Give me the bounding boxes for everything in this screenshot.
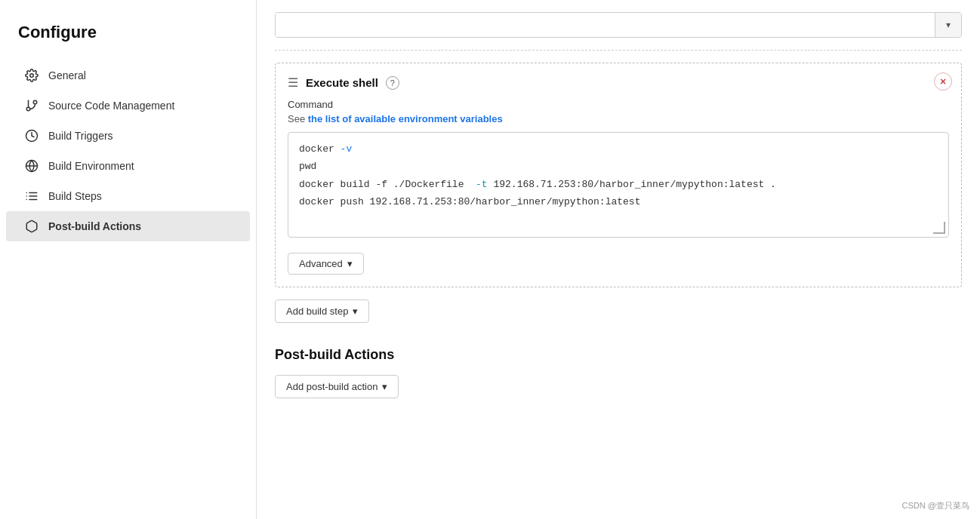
env-link-row: See the list of available environment va… <box>288 113 949 124</box>
top-dropdown-area: ▾ <box>275 0 962 51</box>
add-post-action-button[interactable]: Add post-build action ▾ <box>275 375 399 398</box>
list-icon <box>24 189 39 204</box>
dropdown-row: ▾ <box>275 12 962 38</box>
box-icon <box>24 219 39 234</box>
drag-icon: ☰ <box>288 75 298 90</box>
add-build-step-button[interactable]: Add build step ▾ <box>275 299 369 323</box>
sidebar-item-build-triggers[interactable]: Build Triggers <box>6 121 250 151</box>
env-prefix-text: See <box>288 113 308 124</box>
execute-shell-panel: ☰ Execute shell ? × Command See the list… <box>275 63 962 287</box>
sidebar-item-label-general: General <box>48 69 86 81</box>
sidebar: Configure General Source Code Management <box>0 0 257 519</box>
command-label: Command <box>288 99 949 110</box>
kw-t: -t <box>476 179 488 190</box>
globe-icon <box>24 158 39 174</box>
build-step-input[interactable] <box>276 13 935 37</box>
add-build-step-arrow-icon: ▾ <box>353 306 358 317</box>
clock-icon <box>24 128 39 143</box>
code-line-2: pwd <box>299 158 938 175</box>
post-build-heading: Post-build Actions <box>275 347 962 363</box>
add-build-step-label: Add build step <box>286 306 348 317</box>
advanced-chevron-icon: ▾ <box>347 258 353 269</box>
advanced-label: Advanced <box>299 258 343 269</box>
sidebar-item-label-source-code: Source Code Management <box>48 100 174 112</box>
close-button[interactable]: × <box>934 72 952 91</box>
code-line-3: docker build -f ./Dockerfile -t 192.168.… <box>299 176 938 193</box>
sidebar-item-label-build-triggers: Build Triggers <box>48 130 113 142</box>
sidebar-item-label-build-environment: Build Environment <box>48 160 134 172</box>
sidebar-item-label-post-build: Post-build Actions <box>48 220 141 232</box>
add-post-action-label: Add post-build action <box>286 381 378 392</box>
sidebar-item-label-build-steps: Build Steps <box>48 190 102 202</box>
code-block[interactable]: docker -v pwd docker build -f ./Dockerfi… <box>288 132 949 238</box>
sidebar-item-build-environment[interactable]: Build Environment <box>6 151 250 181</box>
sidebar-item-build-steps[interactable]: Build Steps <box>6 181 250 211</box>
kw-v: -v <box>341 143 353 155</box>
help-icon[interactable]: ? <box>386 76 399 90</box>
svg-point-0 <box>30 74 34 78</box>
main-content: ▾ ☰ Execute shell ? × Command See the li… <box>257 0 980 519</box>
advanced-button[interactable]: Advanced ▾ <box>288 253 364 275</box>
branch-icon <box>24 98 39 113</box>
panel-title: Execute shell <box>306 76 378 89</box>
post-build-section: Post-build Actions Add post-build action… <box>275 347 962 398</box>
panel-header: ☰ Execute shell ? <box>288 75 949 90</box>
sidebar-title: Configure <box>0 15 256 60</box>
gear-icon <box>24 68 39 83</box>
dropdown-arrow-button[interactable]: ▾ <box>935 13 961 37</box>
sidebar-item-source-code[interactable]: Source Code Management <box>6 91 250 121</box>
sidebar-item-post-build[interactable]: Post-build Actions <box>6 211 250 241</box>
code-line-4: docker push 192.168.71.253:80/harbor_inn… <box>299 193 938 210</box>
code-line-1: docker -v <box>299 140 938 158</box>
env-variables-link[interactable]: the list of available environment variab… <box>308 113 503 124</box>
sidebar-item-general[interactable]: General <box>6 60 250 91</box>
add-post-action-arrow-icon: ▾ <box>382 381 387 392</box>
watermark: CSDN @壹只菜鸟 <box>902 500 969 511</box>
